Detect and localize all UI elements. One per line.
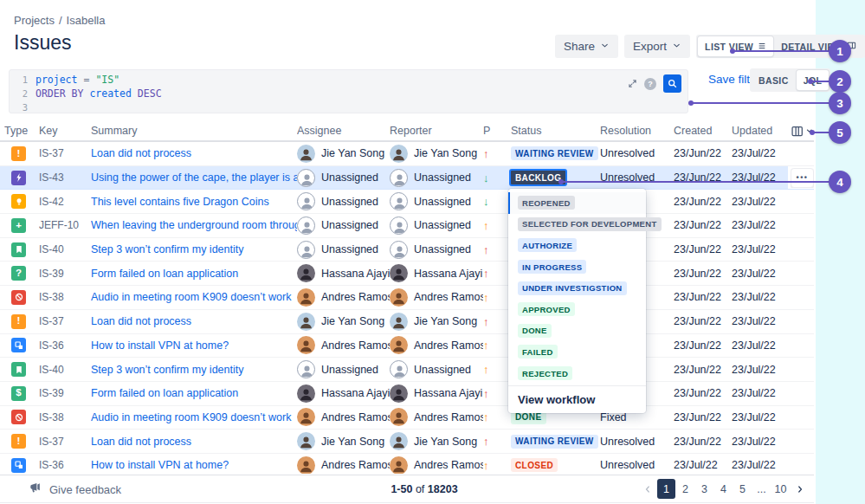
- dropdown-item[interactable]: SELECTED FOR DEVELOPMENT: [508, 214, 646, 236]
- reporter[interactable]: Andres Ramos: [390, 456, 483, 474]
- assignee[interactable]: Hassana Ajayi: [297, 264, 390, 282]
- breadcrumb-project-name[interactable]: Isabella: [67, 14, 106, 27]
- reporter[interactable]: Andres Ramos: [390, 408, 483, 426]
- give-feedback-button[interactable]: Give feedback: [29, 481, 121, 497]
- issue-row[interactable]: IS-36How to install VPN at home?Andres R…: [0, 334, 814, 359]
- status-badge[interactable]: AUTHORIZE: [518, 238, 577, 252]
- issue-row[interactable]: IS-42This level contains five Dragon Coi…: [0, 190, 814, 214]
- dropdown-item[interactable]: UNDER INVESTIGSTION: [508, 277, 646, 299]
- issue-summary-link[interactable]: Form failed on loan application: [91, 268, 238, 280]
- reporter[interactable]: Hassana Ajayi: [390, 264, 483, 282]
- assignee[interactable]: Unassigned: [297, 192, 390, 210]
- export-button[interactable]: Export: [624, 35, 690, 58]
- issue-row[interactable]: !IS-37Loan did not processJie Yan SongJi…: [0, 142, 814, 166]
- issue-row[interactable]: ?IS-39Form failed on loan applicationHas…: [0, 262, 814, 286]
- issue-row[interactable]: IS-40Step 3 won’t confirm my identityUna…: [0, 358, 814, 382]
- status-badge[interactable]: CLOSED: [511, 458, 558, 472]
- issue-summary-link[interactable]: Loan did not process: [91, 147, 191, 159]
- page-button-1[interactable]: 1: [657, 479, 675, 499]
- assignee[interactable]: Andres Ramos: [297, 456, 390, 474]
- dropdown-item[interactable]: IN PROGRESS: [508, 256, 646, 278]
- issue-row[interactable]: !IS-37Loan did not processJie Yan SongJi…: [0, 310, 814, 334]
- status-badge[interactable]: APPROVED: [518, 302, 575, 316]
- basic-mode-button[interactable]: BASIC: [752, 70, 796, 90]
- reporter[interactable]: Hassana Ajayi: [390, 384, 483, 403]
- avatar: [297, 336, 315, 354]
- issue-summary-link[interactable]: Step 3 won’t confirm my identity: [91, 243, 243, 255]
- status-badge[interactable]: SELECTED FOR DEVELOPMENT: [518, 217, 662, 231]
- jql-editor[interactable]: 1project="IS"2ORDER BYcreatedDESC3 ?: [9, 69, 688, 113]
- expand-icon[interactable]: [628, 76, 637, 92]
- issue-summary-link[interactable]: Form failed on loan application: [91, 387, 238, 399]
- status-badge[interactable]: WAITING REVIEW: [511, 146, 598, 160]
- issue-row[interactable]: $IS-39Form failed on loan applicationHas…: [0, 382, 814, 406]
- assignee[interactable]: Unassigned: [297, 216, 390, 235]
- issue-row[interactable]: IS-38Audio in meeting room K909 doesn’t …: [0, 406, 814, 430]
- issue-summary-link[interactable]: Audio in meeting room K909 doesn’t work: [91, 291, 291, 303]
- page-button-4[interactable]: 4: [714, 479, 733, 499]
- view-workflow-item[interactable]: View workflow: [508, 386, 646, 413]
- reporter[interactable]: Unassigned: [390, 360, 483, 378]
- dropdown-item[interactable]: FAILED: [508, 341, 646, 363]
- issue-row[interactable]: IS-40Step 3 won’t confirm my identityUna…: [0, 238, 814, 262]
- reporter[interactable]: Unassigned: [390, 216, 483, 235]
- issue-summary-link[interactable]: Loan did not process: [91, 436, 191, 448]
- issue-summary-link[interactable]: How to install VPN at home?: [91, 459, 229, 471]
- issue-summary-link[interactable]: When leaving the underground room throug…: [91, 219, 297, 231]
- assignee[interactable]: Andres Ramos: [297, 288, 390, 307]
- share-button[interactable]: Share: [555, 35, 618, 58]
- issue-row[interactable]: !IS-37Loan did not processJie Yan SongJi…: [0, 430, 814, 454]
- status-badge[interactable]: FAILED: [518, 345, 558, 359]
- issue-row[interactable]: IS-43Using the power of the cape, the pl…: [0, 166, 814, 191]
- reporter[interactable]: Andres Ramos: [390, 288, 483, 307]
- search-button[interactable]: [663, 74, 681, 93]
- reporter-cell: Hassana Ajayi: [390, 384, 483, 403]
- status-badge[interactable]: UNDER INVESTIGSTION: [518, 281, 627, 295]
- assignee[interactable]: Jie Yan Song: [297, 145, 390, 163]
- issue-row[interactable]: IS-36How to install VPN at home?Andres R…: [0, 454, 814, 474]
- page-button-3[interactable]: 3: [695, 479, 713, 499]
- reporter[interactable]: Unassigned: [390, 169, 483, 187]
- issue-summary-link[interactable]: Step 3 won’t confirm my identity: [91, 364, 243, 376]
- row-menu-button[interactable]: •••: [791, 168, 814, 188]
- issue-summary-link[interactable]: How to install VPN at home?: [91, 339, 229, 352]
- status-badge[interactable]: WAITING REVIEW: [511, 435, 598, 449]
- list-view-button[interactable]: LIST VIEW: [698, 36, 773, 56]
- page-button-5[interactable]: 5: [733, 479, 752, 499]
- assignee[interactable]: Jie Yan Song: [297, 313, 390, 331]
- dropdown-item[interactable]: REOPENED: [508, 192, 646, 214]
- reporter[interactable]: Jie Yan Song: [390, 145, 483, 163]
- reporter[interactable]: Unassigned: [390, 241, 483, 259]
- dropdown-item[interactable]: AUTHORIZE: [508, 235, 646, 256]
- dropdown-item[interactable]: REJECTED: [508, 363, 646, 384]
- help-icon[interactable]: ?: [644, 78, 656, 90]
- issue-summary-link[interactable]: Loan did not process: [91, 315, 191, 327]
- status-badge[interactable]: REJECTED: [518, 366, 572, 380]
- assignee[interactable]: Unassigned: [297, 169, 390, 187]
- reporter[interactable]: Unassigned: [390, 192, 483, 210]
- assignee[interactable]: Unassigned: [297, 360, 390, 378]
- assignee[interactable]: Andres Ramos: [297, 336, 390, 354]
- dropdown-item[interactable]: DONE: [508, 320, 646, 342]
- issue-row[interactable]: +JEFF-10When leaving the underground roo…: [0, 214, 814, 238]
- breadcrumb-projects[interactable]: Projects: [14, 14, 55, 27]
- assignee[interactable]: Hassana Ajayi: [297, 384, 390, 403]
- reporter[interactable]: Andres Ramos: [390, 336, 483, 354]
- issue-summary-link[interactable]: Audio in meeting room K909 doesn’t work: [91, 411, 291, 423]
- issue-row[interactable]: IS-38Audio in meeting room K909 doesn’t …: [0, 286, 814, 310]
- dropdown-item[interactable]: APPROVED: [508, 299, 646, 320]
- assignee[interactable]: Unassigned: [297, 241, 390, 259]
- issue-summary-link[interactable]: This level contains five Dragon Coins: [91, 196, 269, 208]
- previous-page-button[interactable]: [638, 479, 656, 499]
- next-page-button[interactable]: [791, 479, 809, 499]
- page-button-2[interactable]: 2: [676, 479, 694, 499]
- status-badge[interactable]: REOPENED: [518, 196, 575, 210]
- status-badge[interactable]: DONE: [518, 324, 552, 338]
- assignee[interactable]: Jie Yan Song: [297, 432, 390, 450]
- assignee[interactable]: Andres Ramos: [297, 408, 390, 426]
- status-badge[interactable]: IN PROGRESS: [518, 260, 586, 274]
- page-button-10[interactable]: 10: [771, 479, 790, 499]
- issue-summary-link[interactable]: Using the power of the cape, the player …: [91, 171, 297, 184]
- reporter[interactable]: Jie Yan Song: [390, 432, 483, 450]
- reporter[interactable]: Jie Yan Song: [390, 313, 483, 331]
